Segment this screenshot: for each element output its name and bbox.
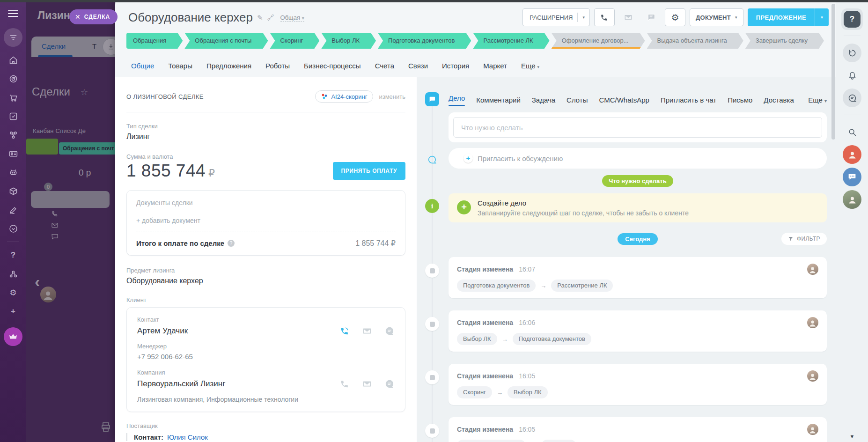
tab-activity[interactable]: Дело bbox=[449, 94, 465, 106]
crm-funnel-icon[interactable] bbox=[4, 28, 22, 47]
tab-more[interactable]: Еще ▾ bbox=[808, 96, 827, 104]
cart-icon[interactable] bbox=[4, 88, 22, 107]
manager-phone[interactable]: +7 952 006-62-65 bbox=[137, 353, 395, 361]
stage-chip[interactable]: Выбор ЛК bbox=[321, 33, 376, 49]
messenger-button[interactable] bbox=[843, 88, 861, 107]
help-button[interactable]: ? bbox=[841, 8, 863, 30]
tab-robots[interactable]: Роботы bbox=[265, 62, 290, 70]
today-pill[interactable]: Сегодня bbox=[618, 233, 657, 245]
stage-chip[interactable]: Обращения bbox=[126, 33, 183, 49]
deal-type-value[interactable]: Лизинг bbox=[126, 133, 405, 141]
call-contact-icon[interactable] bbox=[339, 326, 350, 336]
mail-company-icon[interactable] bbox=[362, 379, 372, 389]
accept-payment-button[interactable]: ПРИНЯТЬ ОПЛАТУ bbox=[333, 162, 405, 180]
tab-letter[interactable]: Письмо bbox=[728, 96, 752, 104]
package-icon[interactable] bbox=[4, 182, 22, 200]
upgrade-crown-icon[interactable] bbox=[4, 327, 22, 346]
extensions-button[interactable]: РАСШИРЕНИЯ ▾ bbox=[522, 8, 590, 26]
timeline-card[interactable]: Стадия изменена 16:06 Выбор ЛК → Подгото… bbox=[449, 310, 827, 352]
user-avatar[interactable] bbox=[843, 145, 861, 164]
slider-close-button[interactable]: ✕ СДЕЛКА bbox=[69, 9, 118, 24]
search-button[interactable] bbox=[843, 123, 861, 141]
tab-links[interactable]: Связи bbox=[408, 62, 428, 70]
stage-chip[interactable]: Выдача объекта лизинга bbox=[647, 33, 743, 49]
stage-chip[interactable]: Завершить сделку bbox=[745, 33, 824, 49]
scrollbar-thumb[interactable] bbox=[831, 4, 835, 140]
network-icon[interactable] bbox=[4, 125, 22, 144]
timeline-title: Стадия изменена bbox=[457, 265, 513, 273]
mail-contact-icon[interactable] bbox=[362, 326, 372, 336]
tab-market[interactable]: Маркет bbox=[483, 62, 507, 70]
scrollbar[interactable] bbox=[831, 4, 835, 439]
notifications-button[interactable] bbox=[843, 66, 861, 85]
pipeline-selector[interactable]: Общая ▾ bbox=[280, 14, 304, 22]
deal-amount[interactable]: 1 855 744₽ bbox=[126, 161, 215, 181]
stage-chip[interactable]: Скоринг bbox=[270, 33, 319, 49]
tasks-checkbox-icon[interactable] bbox=[4, 107, 22, 125]
edit-link[interactable]: изменить bbox=[379, 93, 405, 100]
subject-value[interactable]: Оборудование керхер bbox=[126, 277, 405, 285]
proposal-button[interactable]: ПРЕДЛОЖЕНИЕ bbox=[748, 8, 815, 26]
timeline-card[interactable]: Стадия изменена 16:05 Обращения с почты … bbox=[449, 417, 827, 442]
mail-button[interactable] bbox=[619, 8, 638, 26]
tab-general[interactable]: Общие bbox=[131, 62, 154, 70]
todo-input[interactable] bbox=[453, 117, 822, 138]
edit-pencil-icon[interactable]: ✎ bbox=[257, 14, 263, 22]
chevron-down-icon: ▾ bbox=[821, 15, 823, 20]
call-company-icon[interactable] bbox=[339, 379, 350, 389]
contacts-card-icon[interactable] bbox=[4, 144, 22, 163]
tab-invite-chat[interactable]: Пригласить в чат bbox=[661, 96, 716, 104]
chevron-down-circle-icon[interactable] bbox=[4, 219, 22, 238]
tab-bizproc[interactable]: Бизнес-процессы bbox=[304, 62, 361, 70]
tab-quotes[interactable]: Предложения bbox=[206, 62, 251, 70]
chat-button[interactable] bbox=[642, 8, 661, 26]
sign-pen-icon[interactable] bbox=[4, 200, 22, 219]
tab-comment[interactable]: Комментарий bbox=[476, 96, 520, 104]
proposal-dropdown-button[interactable]: ▾ bbox=[815, 8, 829, 26]
chat-company-icon[interactable] bbox=[384, 379, 395, 389]
contact-name[interactable]: Артем Удачик bbox=[137, 326, 188, 336]
tab-task[interactable]: Задача bbox=[532, 96, 555, 104]
timeline-card[interactable]: Стадия изменена 16:07 Подготовка докумен… bbox=[449, 257, 827, 298]
timeline-time: 16:05 bbox=[519, 372, 535, 380]
target-icon[interactable] bbox=[4, 69, 22, 88]
filter-button[interactable]: ФИЛЬТР bbox=[781, 233, 827, 245]
add-plus-icon[interactable]: + bbox=[4, 302, 22, 321]
stage-chip[interactable]: Подготовка документов bbox=[378, 33, 471, 49]
tab-more[interactable]: Еще▾ bbox=[521, 62, 539, 70]
tab-delivery[interactable]: Доставка bbox=[764, 96, 794, 104]
create-activity-title: Создайте дело bbox=[478, 199, 689, 207]
structure-icon[interactable] bbox=[4, 265, 22, 283]
supplier-contact-name[interactable]: Юлия Силок bbox=[167, 433, 208, 441]
tab-products[interactable]: Товары bbox=[168, 62, 192, 70]
tab-history[interactable]: История bbox=[442, 62, 469, 70]
add-activity-icon[interactable]: + bbox=[457, 200, 471, 214]
tab-invoices[interactable]: Счета bbox=[375, 62, 394, 70]
document-button[interactable]: ДОКУМЕНТ ▾ bbox=[690, 8, 743, 26]
add-document-link[interactable]: + добавить документ bbox=[136, 217, 396, 224]
chat-contact-icon[interactable] bbox=[384, 326, 395, 336]
help-circle-icon[interactable]: ? bbox=[4, 246, 22, 265]
tab-sms[interactable]: СМС/WhatsApp bbox=[599, 96, 649, 104]
company-name[interactable]: Первоуральский Лизинг bbox=[137, 379, 225, 389]
robot-icon[interactable] bbox=[4, 163, 22, 182]
scroll-down-arrow-icon[interactable]: ▼ bbox=[850, 434, 855, 439]
stage-chip[interactable]: Рассмотрение ЛК bbox=[473, 33, 549, 49]
menu-hamburger-icon[interactable] bbox=[8, 8, 18, 19]
group-chat-button[interactable] bbox=[843, 168, 861, 186]
stage-chip[interactable]: Обращения с почты bbox=[184, 33, 268, 49]
call-button[interactable] bbox=[594, 8, 615, 26]
timeline-card[interactable]: Стадия изменена 16:05 Скоринг → Выбор ЛК bbox=[449, 364, 827, 405]
user-avatar[interactable] bbox=[843, 190, 861, 209]
help-question-icon[interactable]: ? bbox=[228, 240, 235, 247]
history-button[interactable] bbox=[843, 44, 861, 62]
home-icon[interactable] bbox=[4, 51, 22, 69]
settings-gear-icon[interactable]: ⚙ bbox=[4, 283, 22, 302]
settings-button[interactable]: ⚙ bbox=[665, 8, 685, 26]
stage-chip[interactable]: Оформление договор... bbox=[552, 33, 645, 49]
tab-slots[interactable]: Слоты bbox=[566, 96, 588, 104]
add-participant-icon[interactable]: + bbox=[463, 154, 473, 163]
ai-scoring-badge[interactable]: AI24-скоринг bbox=[315, 90, 373, 103]
invite-discussion-bar[interactable]: + Пригласить к обсуждению bbox=[449, 148, 827, 169]
copy-link-icon[interactable]: 🔗︎ bbox=[267, 14, 274, 22]
